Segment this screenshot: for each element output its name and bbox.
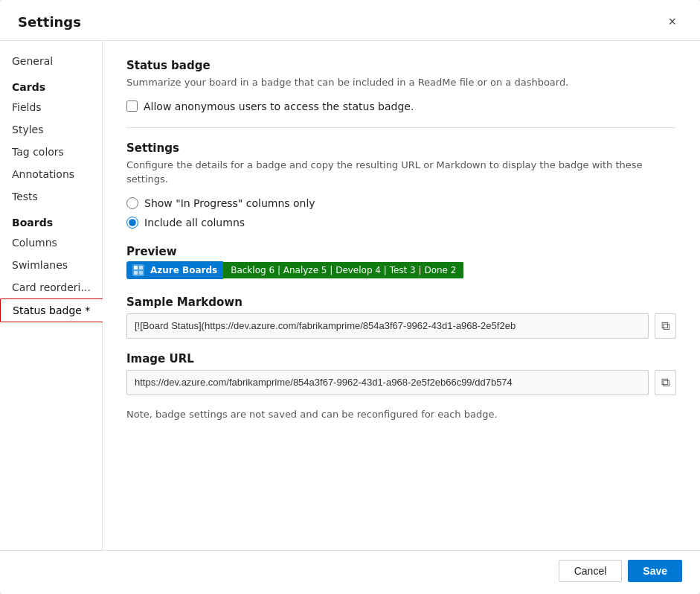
- copy-icon: ⧉: [661, 319, 670, 333]
- badge-stats: Backlog 6 | Analyze 5 | Develop 4 | Test…: [223, 262, 463, 278]
- dialog-title: Settings: [18, 14, 81, 30]
- svg-rect-3: [134, 271, 138, 275]
- settings-section: Settings Configure the details for a bad…: [126, 141, 676, 229]
- sidebar-section-boards: Boards: [0, 208, 102, 231]
- sidebar-item-tag-colors[interactable]: Tag colors: [0, 141, 102, 163]
- sidebar: General Cards Fields Styles Tag colors A…: [0, 41, 103, 550]
- radio-all[interactable]: [126, 217, 138, 229]
- sample-markdown-field-row: ⧉: [126, 313, 676, 339]
- sidebar-item-styles[interactable]: Styles: [0, 118, 102, 141]
- svg-rect-4: [139, 271, 143, 275]
- sample-markdown-section: Sample Markdown ⧉: [126, 296, 676, 339]
- copy-icon-2: ⧉: [661, 376, 670, 389]
- settings-dialog: Settings × General Cards Fields Styles T…: [0, 0, 700, 594]
- cancel-button[interactable]: Cancel: [559, 560, 623, 582]
- sidebar-item-status-badge[interactable]: Status badge *: [0, 298, 103, 322]
- radio-inprogress-label: Show "In Progress" columns only: [144, 197, 315, 209]
- azure-boards-icon: [132, 264, 144, 276]
- sample-markdown-input[interactable]: [126, 313, 649, 339]
- preview-section: Preview Azure Boards: [126, 245, 676, 296]
- sample-markdown-copy-button[interactable]: ⧉: [655, 313, 676, 339]
- radio-inprogress[interactable]: [126, 197, 138, 209]
- anonymous-checkbox-row: Allow anonymous users to access the stat…: [126, 100, 676, 112]
- dialog-body: General Cards Fields Styles Tag colors A…: [0, 41, 700, 550]
- badge-brand: Azure Boards: [126, 261, 223, 279]
- status-badge-title: Status badge: [126, 59, 676, 72]
- sample-markdown-label: Sample Markdown: [126, 296, 676, 309]
- dialog-header: Settings ×: [0, 0, 700, 41]
- section-divider: [126, 127, 676, 128]
- dialog-footer: Cancel Save: [0, 550, 700, 594]
- preview-title: Preview: [126, 245, 676, 258]
- radio-inprogress-row: Show "In Progress" columns only: [126, 197, 676, 209]
- badge-brand-label: Azure Boards: [150, 265, 217, 275]
- settings-description: Configure the details for a badge and co…: [126, 158, 676, 187]
- sidebar-section-cards: Cards: [0, 72, 102, 96]
- sidebar-item-card-reorder[interactable]: Card reorderi...: [0, 276, 102, 298]
- status-badge-section: Status badge Summarize your board in a b…: [126, 59, 676, 112]
- save-button[interactable]: Save: [628, 560, 682, 582]
- svg-rect-1: [134, 266, 138, 269]
- main-content: Status badge Summarize your board in a b…: [103, 41, 700, 550]
- settings-title: Settings: [126, 141, 676, 155]
- sidebar-item-fields[interactable]: Fields: [0, 96, 102, 118]
- image-url-input[interactable]: [126, 370, 649, 395]
- sidebar-item-columns[interactable]: Columns: [0, 231, 102, 254]
- close-button[interactable]: ×: [662, 12, 682, 31]
- image-url-section: Image URL ⧉: [126, 352, 676, 395]
- status-badge-description: Summarize your board in a badge that can…: [126, 75, 676, 90]
- anonymous-checkbox[interactable]: [126, 100, 138, 112]
- sidebar-item-swimlanes[interactable]: Swimlanes: [0, 254, 102, 276]
- sidebar-item-tests[interactable]: Tests: [0, 185, 102, 208]
- image-url-label: Image URL: [126, 352, 676, 365]
- sidebar-item-general[interactable]: General: [0, 50, 102, 72]
- sidebar-item-annotations[interactable]: Annotations: [0, 163, 102, 185]
- column-radio-group: Show "In Progress" columns only Include …: [126, 197, 676, 229]
- svg-rect-2: [139, 266, 143, 269]
- image-url-copy-button[interactable]: ⧉: [655, 370, 676, 395]
- note-text: Note, badge settings are not saved and c…: [126, 409, 676, 420]
- preview-badge: Azure Boards Backlog 6 | Analyze 5 | Dev…: [126, 261, 463, 279]
- radio-all-row: Include all columns: [126, 217, 676, 229]
- anonymous-checkbox-label: Allow anonymous users to access the stat…: [144, 100, 414, 112]
- radio-all-label: Include all columns: [144, 217, 245, 229]
- image-url-field-row: ⧉: [126, 370, 676, 395]
